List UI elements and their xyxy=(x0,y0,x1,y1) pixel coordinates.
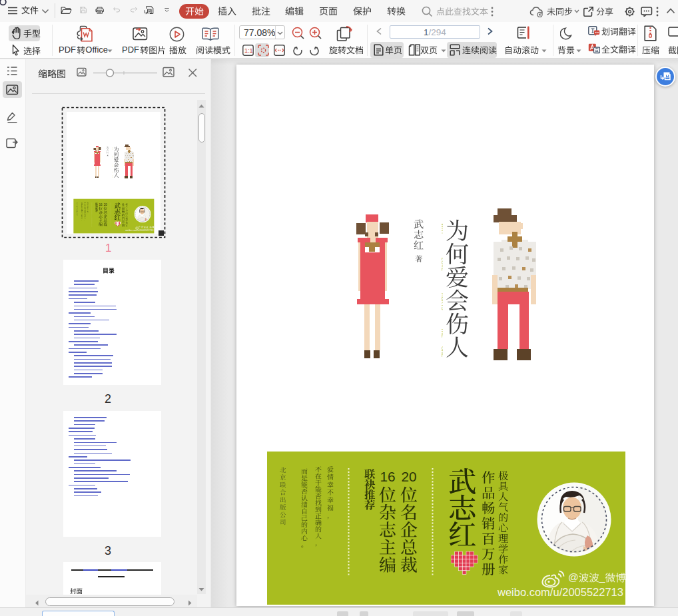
svg-text:_: _ xyxy=(148,226,150,228)
svg-text:@: @ xyxy=(568,571,579,583)
svg-text:LOVE: LOVE xyxy=(440,258,443,271)
svg-text:PDF: PDF xyxy=(59,45,76,55)
svg-text:THE: THE xyxy=(440,328,443,338)
svg-text:20: 20 xyxy=(104,202,108,206)
svg-text:16: 16 xyxy=(380,469,395,484)
svg-text:20: 20 xyxy=(401,469,416,484)
svg-text:WHY: WHY xyxy=(440,223,443,235)
svg-text:PDF: PDF xyxy=(122,45,139,55)
svg-text:16: 16 xyxy=(99,202,103,206)
svg-text:1:1: 1:1 xyxy=(244,47,253,54)
svg-text:@: @ xyxy=(141,226,144,228)
svg-text:_: _ xyxy=(599,571,605,583)
svg-text:Office: Office xyxy=(85,45,108,55)
svg-text:ONE: ONE xyxy=(440,346,443,357)
svg-text:HURTS: HURTS xyxy=(440,293,443,310)
